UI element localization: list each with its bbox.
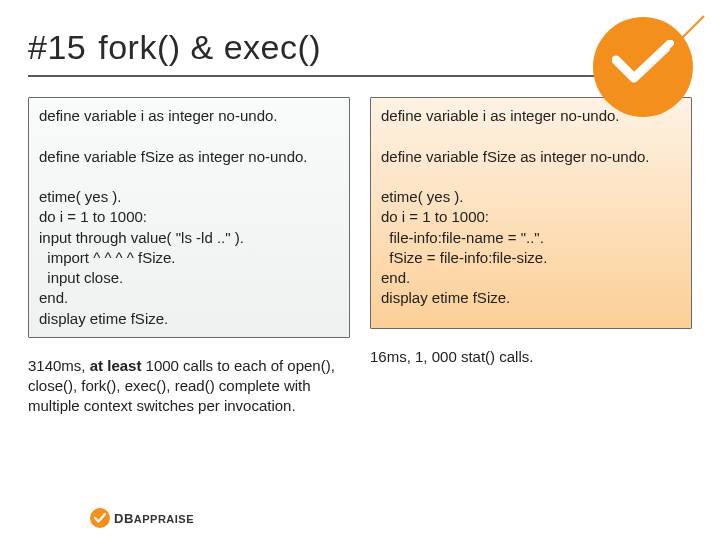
left-caption-pre: 3140ms, — [28, 357, 90, 374]
brand-logo — [588, 12, 698, 122]
left-column: define variable i as integer no-undo. de… — [28, 97, 350, 417]
left-caption: 3140ms, at least 1000 calls to each of o… — [28, 356, 338, 417]
footer-disc-icon — [90, 508, 110, 528]
right-caption: 16ms, 1, 000 stat() calls. — [370, 347, 680, 367]
left-caption-bold: at least — [90, 357, 142, 374]
checkmark-icon — [612, 40, 674, 86]
code-box-left: define variable i as integer no-undo. de… — [28, 97, 350, 338]
slide: #15fork() & exec() define variable i as … — [0, 0, 720, 540]
slide-number: #15 — [28, 28, 86, 67]
right-column: define variable i as integer no-undo. de… — [370, 97, 692, 417]
columns: define variable i as integer no-undo. de… — [28, 97, 692, 417]
footer-logo: DBAPPRAISE — [90, 508, 194, 528]
footer-db: DB — [114, 511, 134, 526]
footer-rest: APPRAISE — [134, 513, 194, 525]
title-row: #15fork() & exec() — [28, 28, 692, 77]
footer-checkmark-icon — [93, 511, 107, 525]
slide-title-text: fork() & exec() — [98, 28, 321, 66]
code-box-right: define variable i as integer no-undo. de… — [370, 97, 692, 329]
swoosh-icon — [668, 14, 706, 52]
footer-brand-text: DBAPPRAISE — [114, 511, 194, 526]
